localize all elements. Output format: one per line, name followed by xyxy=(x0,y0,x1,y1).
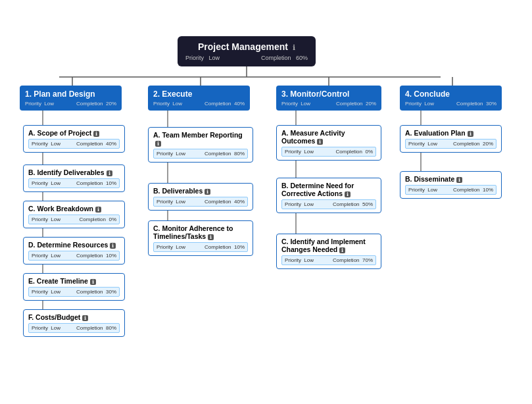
root-priority-label: Priority Low xyxy=(185,55,220,61)
task-changes-title: C. Identify and Implement Changes Needed xyxy=(281,238,366,253)
task-breakdown-priority: Priority Low xyxy=(32,216,60,222)
task-breakdown-completion: Completion 0% xyxy=(80,216,116,222)
task-monitor-adherence: C. Monitor Adherence to Timelines/Tasksℹ… xyxy=(148,220,253,256)
task-changes-completion: Completion 70% xyxy=(333,257,373,263)
cat4-completion: Completion 30% xyxy=(456,101,496,107)
cat3-completion: Completion 20% xyxy=(336,101,376,107)
task-measure-outcomes: A. Measure Activity Outcomesℹ Priority L… xyxy=(276,125,381,161)
task-measure-priority: Priority Low xyxy=(285,149,314,155)
task-timeline-title: E. Create Timeline xyxy=(28,277,88,285)
task-evalplan-completion: Completion 20% xyxy=(453,141,493,147)
task-team-member-reporting: A. Team Member Reportingℹ Priority Low C… xyxy=(148,127,253,163)
task-costs-budget: F. Costs/Budgetℹ Priority Low Completion… xyxy=(23,309,125,337)
task-budget-priority: Priority Low xyxy=(32,325,60,331)
task-resources-info: ℹ xyxy=(110,243,116,249)
task-create-timeline: E. Create Timelineℹ Priority Low Complet… xyxy=(23,273,125,301)
category-conclude: 4. Conclude Priority Low Completion 30% xyxy=(400,86,502,111)
task-dissem-priority: Priority Low xyxy=(408,187,437,193)
task-adhere-priority: Priority Low xyxy=(157,244,185,250)
task-scope-info: ℹ xyxy=(93,131,99,137)
task-corrective-title: B. Determine Need for Corrective Actions xyxy=(281,182,354,197)
task-changes-priority: Priority Low xyxy=(285,257,314,263)
task-disseminate: B. Disseminateℹ Priority Low Completion … xyxy=(400,171,502,199)
task-evalplan-title: A. Evaluation Plan xyxy=(405,129,466,137)
task-resources-completion: Completion 10% xyxy=(76,253,116,259)
root-node: Project Management ℹ Priority Low Comple… xyxy=(178,36,316,66)
task-corrective-info: ℹ xyxy=(345,191,351,197)
task-adhere-info: ℹ xyxy=(208,234,214,240)
cat2-title: 2. Execute xyxy=(153,89,245,99)
task-dissem-title: B. Disseminate xyxy=(405,175,454,183)
root-title: Project Management xyxy=(198,41,288,52)
task-deliverables-title: B. Identify Deliverables xyxy=(28,168,105,176)
task-budget-title: F. Costs/Budget xyxy=(28,313,80,321)
task-measure-title: A. Measure Activity Outcomes xyxy=(281,129,345,145)
cat2-priority: Priority Low xyxy=(153,101,182,107)
task-breakdown-info: ℹ xyxy=(95,207,101,213)
cat3-priority: Priority Low xyxy=(281,101,310,107)
task-deliv-exec-completion: Completion 40% xyxy=(205,199,245,205)
task-resources-title: D. Determine Resources xyxy=(28,241,108,249)
category-monitor: 3. Monitor/Control Priority Low Completi… xyxy=(276,86,381,111)
task-deliverables-completion: Completion 10% xyxy=(76,180,116,186)
task-corrective-priority: Priority Low xyxy=(285,201,314,207)
cat4-title: 4. Conclude xyxy=(405,89,496,99)
category-plan-design: 1. Plan and Design Priority Low Completi… xyxy=(20,86,122,111)
task-evaluation-plan: A. Evaluation Planℹ Priority Low Complet… xyxy=(400,125,502,153)
task-budget-info: ℹ xyxy=(82,315,88,321)
task-deliv-exec-info: ℹ xyxy=(205,189,210,195)
cat1-title: 1. Plan and Design xyxy=(25,89,116,99)
task-measure-completion: Completion 0% xyxy=(336,149,373,155)
task-implement-changes: C. Identify and Implement Changes Needed… xyxy=(276,234,381,269)
task-corrective-actions: B. Determine Need for Corrective Actions… xyxy=(276,178,381,213)
task-scope-title: A. Scope of Project xyxy=(28,129,91,137)
cat3-title: 3. Monitor/Control xyxy=(281,89,376,99)
task-dissem-info: ℹ xyxy=(456,177,462,183)
task-changes-info: ℹ xyxy=(339,247,345,253)
task-timeline-info: ℹ xyxy=(90,279,96,285)
task-deliverables-execute: B. Deliverablesℹ Priority Low Completion… xyxy=(148,183,253,211)
task-scope-completion: Completion 40% xyxy=(76,141,116,147)
task-determine-resources: D. Determine Resourcesℹ Priority Low Com… xyxy=(23,237,125,265)
root-completion-label: Completion 60% xyxy=(261,55,308,61)
task-deliverables-info: ℹ xyxy=(107,170,112,176)
task-deliv-exec-title: B. Deliverables xyxy=(153,187,203,195)
category-execute: 2. Execute Priority Low Completion 40% xyxy=(148,86,250,111)
cat1-priority: Priority Low xyxy=(25,101,54,107)
cat1-completion: Completion 20% xyxy=(76,101,116,107)
task-resources-priority: Priority Low xyxy=(32,253,60,259)
task-budget-completion: Completion 80% xyxy=(76,325,116,331)
task-work-breakdown: C. Work Breakdownℹ Priority Low Completi… xyxy=(23,201,125,228)
task-scope-of-project: A. Scope of Projectℹ Priority Low Comple… xyxy=(23,125,125,153)
diagram-container: Project Management ℹ Priority Low Comple… xyxy=(0,0,532,404)
cat4-priority: Priority Low xyxy=(405,101,434,107)
task-tmr-completion: Completion 80% xyxy=(205,151,245,157)
task-deliv-exec-priority: Priority Low xyxy=(157,199,185,205)
task-evalplan-info: ℹ xyxy=(468,131,473,137)
task-breakdown-title: C. Work Breakdown xyxy=(28,205,93,213)
task-tmr-priority: Priority Low xyxy=(157,151,185,157)
task-timeline-completion: Completion 30% xyxy=(76,289,116,295)
root-info-icon: ℹ xyxy=(293,43,295,51)
task-tmr-info: ℹ xyxy=(155,141,161,147)
task-deliverables-priority: Priority Low xyxy=(32,180,60,186)
task-tmr-title: A. Team Member Reporting xyxy=(153,131,243,139)
task-corrective-completion: Completion 50% xyxy=(333,201,373,207)
task-dissem-completion: Completion 10% xyxy=(453,187,493,193)
task-measure-info: ℹ xyxy=(317,139,323,145)
task-timeline-priority: Priority Low xyxy=(32,289,60,295)
task-scope-priority: Priority Low xyxy=(32,141,60,147)
task-adhere-title: C. Monitor Adherence to Timelines/Tasks xyxy=(153,224,233,240)
task-adhere-completion: Completion 10% xyxy=(205,244,245,250)
cat2-completion: Completion 40% xyxy=(205,101,245,107)
task-evalplan-priority: Priority Low xyxy=(408,141,437,147)
task-identify-deliverables: B. Identify Deliverablesℹ Priority Low C… xyxy=(23,164,125,192)
